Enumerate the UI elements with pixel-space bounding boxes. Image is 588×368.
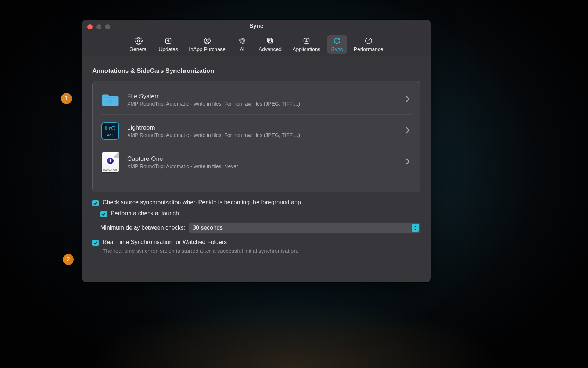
sources-panel: File System XMP RoundTrip: Automatic - W… bbox=[92, 81, 420, 192]
tab-general[interactable]: General bbox=[125, 35, 152, 54]
chevron-right-icon bbox=[405, 96, 412, 104]
checkbox-realtime-sync[interactable]: Real Time Synchronisation for Watched Fo… bbox=[92, 239, 420, 246]
source-title: Capture One bbox=[127, 155, 398, 163]
section-title: Annotations & SideCars Synchronization bbox=[92, 67, 420, 75]
checkmark-icon bbox=[100, 211, 107, 217]
source-row-filesystem[interactable]: File System XMP RoundTrip: Automatic - W… bbox=[101, 84, 412, 115]
svg-point-11 bbox=[110, 101, 111, 102]
tab-applications[interactable]: Applications bbox=[288, 35, 325, 54]
person-circle-icon bbox=[203, 37, 211, 45]
desktop-background: 1 2 Sync General bbox=[0, 0, 588, 368]
app-letter-icon bbox=[302, 37, 311, 45]
source-subtitle: XMP RoundTrip: Automatic - Write in file… bbox=[127, 101, 398, 107]
tab-advanced[interactable]: Advanced bbox=[254, 35, 286, 54]
tab-label: Sync bbox=[331, 46, 343, 52]
window-content: Annotations & SideCars Synchronization F… bbox=[82, 56, 431, 261]
annotation-badge-1: 1 bbox=[61, 93, 72, 104]
stack-plus-icon bbox=[266, 37, 274, 45]
tab-label: Applications bbox=[293, 46, 320, 52]
lightroom-icon-sub: CAT bbox=[107, 133, 114, 137]
svg-point-3 bbox=[206, 39, 208, 41]
preferences-toolbar: General Updates InApp Purchase bbox=[82, 32, 431, 54]
annotation-badge-2: 2 bbox=[63, 254, 74, 265]
lightroom-icon-text: LrC bbox=[105, 125, 115, 131]
tab-label: Performance bbox=[354, 46, 383, 52]
checkmark-icon bbox=[92, 240, 99, 246]
captureone-icon: 1 CATALOG bbox=[101, 153, 120, 172]
svg-rect-5 bbox=[241, 40, 243, 42]
sync-arrow-icon bbox=[333, 37, 341, 45]
tab-sync[interactable]: Sync bbox=[327, 35, 347, 54]
preferences-window: Sync General Updates bbox=[82, 20, 431, 282]
tab-label: InApp Purchase bbox=[189, 46, 226, 52]
lightroom-icon: LrC CAT bbox=[101, 121, 120, 141]
checkbox-check-at-launch[interactable]: Perform a check at launch bbox=[100, 210, 420, 217]
source-row-captureone[interactable]: 1 CATALOG Capture One XMP RoundTrip: Aut… bbox=[101, 146, 412, 177]
tab-updates[interactable]: Updates bbox=[154, 35, 182, 54]
checkbox-label: Check source synchronization when Peakto… bbox=[103, 199, 301, 206]
svg-point-0 bbox=[137, 40, 140, 42]
svg-point-2 bbox=[204, 38, 211, 44]
source-subtitle: XMP RoundTrip: Automatic - Write in file… bbox=[127, 132, 398, 138]
delay-select-value: 30 seconds bbox=[193, 224, 223, 231]
select-stepper-icon bbox=[412, 224, 419, 232]
captureone-glyph: 1 bbox=[109, 159, 111, 163]
checkbox-foreground-sync[interactable]: Check source synchronization when Peakto… bbox=[92, 199, 420, 206]
folder-icon bbox=[101, 90, 120, 109]
download-icon bbox=[164, 37, 172, 45]
source-title: File System bbox=[127, 93, 398, 100]
source-subtitle: XMP RoundTrip: Automatic - Write in file… bbox=[127, 163, 398, 169]
chip-icon bbox=[238, 37, 246, 45]
source-row-lightroom[interactable]: LrC CAT Lightroom XMP RoundTrip: Automat… bbox=[101, 115, 412, 146]
chevron-right-icon bbox=[405, 127, 412, 135]
delay-select[interactable]: 30 seconds bbox=[189, 223, 420, 233]
tab-performance[interactable]: Performance bbox=[349, 35, 388, 54]
source-title: Lightroom bbox=[127, 124, 398, 131]
tab-label: AI bbox=[240, 46, 244, 52]
divider bbox=[92, 78, 420, 78]
gauge-icon bbox=[365, 37, 373, 45]
tab-label: Advanced bbox=[259, 46, 282, 52]
delay-label: Minimum delay between checks: bbox=[100, 224, 185, 231]
window-titlebar: Sync General Updates bbox=[82, 20, 431, 56]
tab-label: Updates bbox=[159, 46, 178, 52]
checkmark-icon bbox=[92, 200, 99, 206]
svg-rect-4 bbox=[240, 39, 244, 43]
tab-ai[interactable]: AI bbox=[232, 35, 252, 54]
tab-label: General bbox=[129, 46, 148, 52]
chevron-right-icon bbox=[405, 158, 412, 166]
checkbox-label: Perform a check at launch bbox=[111, 210, 179, 217]
svg-rect-6 bbox=[268, 39, 272, 43]
checkbox-label: Real Time Synchronisation for Watched Fo… bbox=[103, 239, 227, 245]
gear-icon bbox=[135, 37, 143, 45]
realtime-help-text: The real time synchronisation is started… bbox=[103, 248, 420, 254]
captureone-caption: CATALOG bbox=[102, 169, 119, 171]
tab-inapp-purchase[interactable]: InApp Purchase bbox=[184, 35, 230, 54]
window-title: Sync bbox=[82, 23, 431, 29]
